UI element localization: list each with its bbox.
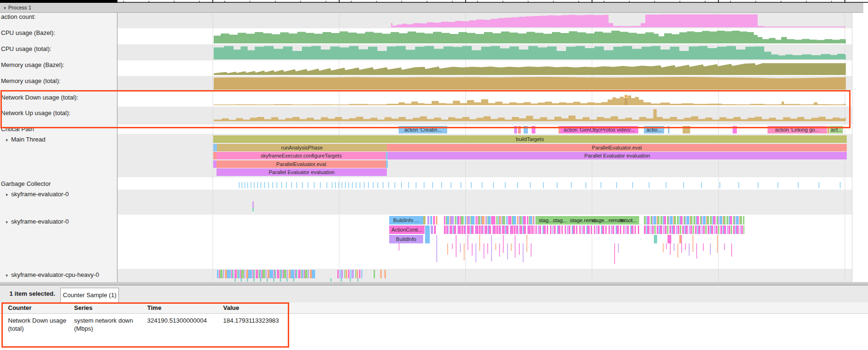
trace-span[interactable]: act... [830,126,843,133]
track-label: CPU usage (Bazel): [1,29,55,36]
track-label: Memory usage (Bazel): [1,61,64,68]
track-row[interactable] [117,190,852,215]
process-label: Process 1 [8,5,32,10]
trace-span[interactable]: action 'Linking go... [768,126,827,133]
track-row[interactable] [117,76,852,91]
trace-span[interactable] [427,216,429,225]
trace-span[interactable] [668,126,669,133]
cell-value: 184.1793113323983 [223,317,327,325]
col-header-value: Value [223,304,327,311]
track-label: Garbage Collector [1,180,51,187]
trace-span[interactable]: action 'Creatin... [399,126,447,133]
details-tab-bar: 1 item selected. Counter Sample (1) [0,285,868,302]
collapse-triangle-icon[interactable]: ▾ [6,138,8,142]
trace-span[interactable] [827,126,829,133]
sample-table: Counter Series Time Value Network Down u… [0,302,868,350]
span-label: .remot... [618,217,637,223]
trace-span[interactable]: ParallelEvaluator.eval [387,144,847,151]
track-label[interactable]: ▾Main Thread [1,136,45,143]
track-row[interactable] [117,28,852,44]
panel-splitter[interactable] [0,282,868,285]
trace-span[interactable]: ParallelEvaluator.eval [217,160,386,168]
collapse-triangle-icon[interactable]: ▾ [6,273,8,278]
track-row[interactable] [117,177,852,190]
track-label[interactable]: ▾skyframe-evaluator-0 [1,191,69,198]
collapse-triangle-icon[interactable]: ▾ [6,220,8,225]
trace-span[interactable]: BuildInfo ... [389,216,423,225]
cell-time: 324190.51300000004 [147,317,220,325]
details-panel: 1 item selected. Counter Sample (1) Coun… [0,285,868,350]
trace-span[interactable]: action 'GenObjcProtos video/... [560,126,638,133]
col-header-time: Time [147,304,220,311]
trace-span[interactable]: Parallel Evaluator evaluation [217,168,387,176]
trace-span[interactable] [433,216,435,225]
track-label[interactable]: ▾skyframe-evaluator-cpu-heavy-0 [1,271,99,278]
track-label: Memory usage (total): [1,77,60,84]
trace-span[interactable]: buildTargets [213,135,847,143]
track-row[interactable] [117,60,852,76]
right-gutter-divider [852,3,852,282]
process-group-header[interactable]: ▾Process 1 [0,3,863,13]
track-label: CPU usage (total): [1,45,51,52]
trace-span[interactable] [430,216,432,225]
trace-span[interactable] [386,160,388,168]
sample-table-header: Counter Series Time Value [0,302,868,314]
track-label: Network Up usage (total): [1,109,70,117]
trace-span[interactable] [434,225,436,234]
track-label: Network Down usage (total): [1,94,78,101]
trace-span[interactable]: BuildInfo [389,235,423,243]
track-label-panel: action count:CPU usage (Bazel):CPU usage… [0,12,117,282]
track-row[interactable] [117,107,852,125]
trace-span[interactable] [532,126,535,133]
tab-counter-sample[interactable]: Counter Sample (1) [60,288,119,303]
trace-span[interactable] [524,126,528,133]
trace-span[interactable]: ActionConti... [389,225,425,234]
trace-span[interactable]: runAnalysisPhase [217,144,387,151]
trace-viewer: ▾Process 1 action count:CPU usage (Bazel… [0,0,868,350]
track-row[interactable] [117,269,852,282]
col-header-series: Series [74,304,141,311]
cell-series: system network down (Mbps) [74,317,141,333]
trace-span[interactable] [733,126,737,133]
trace-span[interactable] [683,126,690,133]
span-label: stag...stag... [539,217,567,223]
track-label: action count: [1,13,36,20]
trace-span[interactable] [436,216,437,225]
collapse-triangle-icon[interactable]: ▾ [6,192,8,197]
trace-span[interactable] [213,160,217,168]
trace-span[interactable] [518,126,521,133]
trace-span[interactable] [514,126,517,133]
collapse-triangle-icon: ▾ [4,6,6,10]
selection-status: 1 item selected. [9,290,55,297]
trace-span[interactable] [423,216,426,225]
trace-span[interactable] [213,144,217,151]
track-label[interactable]: ▾skyframe-evaluator-0 [1,218,69,225]
trace-span[interactable]: actio... [644,126,664,133]
track-row[interactable] [117,12,852,28]
track-label: Critical Path [1,125,34,133]
col-header-counter: Counter [8,304,70,311]
track-row[interactable] [117,215,852,269]
trace-span[interactable]: Parallel Evaluator evaluation [388,152,847,159]
trace-span[interactable] [213,152,217,159]
cell-counter: Network Down usage (total) [8,317,70,333]
track-row[interactable] [117,125,852,134]
track-row[interactable] [117,44,852,60]
trace-span[interactable]: skyframeExecutor.configureTargets [217,152,386,159]
track-row[interactable] [117,91,852,107]
trace-span[interactable] [431,225,433,234]
